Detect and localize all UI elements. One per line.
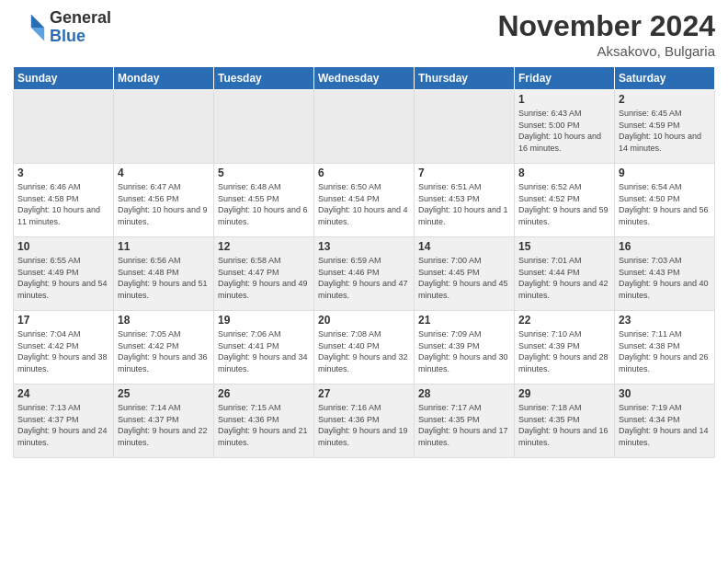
calendar-day-cell: 9Sunrise: 6:54 AMSunset: 4:50 PMDaylight… <box>615 164 715 237</box>
day-number: 20 <box>318 314 410 327</box>
day-number: 13 <box>318 240 410 253</box>
header: General Blue November 2024 Aksakovo, Bul… <box>13 9 715 59</box>
day-info: Sunrise: 7:03 AMSunset: 4:43 PMDaylight:… <box>619 255 711 301</box>
calendar-day-cell: 27Sunrise: 7:16 AMSunset: 4:36 PMDayligh… <box>314 385 415 458</box>
day-info: Sunrise: 7:13 AMSunset: 4:37 PMDaylight:… <box>17 402 109 448</box>
calendar-day-cell <box>14 90 114 164</box>
th-saturday: Saturday <box>615 67 715 90</box>
day-info: Sunrise: 6:56 AMSunset: 4:48 PMDaylight:… <box>118 255 210 301</box>
day-info: Sunrise: 7:01 AMSunset: 4:44 PMDaylight:… <box>518 255 610 301</box>
day-number: 4 <box>118 167 210 179</box>
day-number: 19 <box>218 314 310 327</box>
logo-general-text: General <box>50 9 111 28</box>
day-info: Sunrise: 7:08 AMSunset: 4:40 PMDaylight:… <box>318 328 410 374</box>
calendar-day-cell: 3Sunrise: 6:46 AMSunset: 4:58 PMDaylight… <box>14 164 114 237</box>
day-info: Sunrise: 6:43 AMSunset: 5:00 PMDaylight:… <box>518 108 610 154</box>
logo: General Blue <box>13 9 111 46</box>
day-info: Sunrise: 7:11 AMSunset: 4:38 PMDaylight:… <box>619 328 711 374</box>
calendar-day-cell: 18Sunrise: 7:05 AMSunset: 4:42 PMDayligh… <box>114 311 214 385</box>
day-info: Sunrise: 6:52 AMSunset: 4:52 PMDaylight:… <box>518 181 610 227</box>
day-number: 12 <box>218 240 310 253</box>
day-number: 3 <box>17 167 109 179</box>
calendar-day-cell: 22Sunrise: 7:10 AMSunset: 4:39 PMDayligh… <box>515 311 615 385</box>
calendar-day-cell: 30Sunrise: 7:19 AMSunset: 4:34 PMDayligh… <box>615 385 715 458</box>
day-number: 8 <box>518 167 610 179</box>
day-info: Sunrise: 7:14 AMSunset: 4:37 PMDaylight:… <box>118 402 210 448</box>
day-info: Sunrise: 7:19 AMSunset: 4:34 PMDaylight:… <box>619 402 711 448</box>
day-number: 15 <box>518 240 610 253</box>
day-number: 17 <box>17 314 109 327</box>
day-info: Sunrise: 6:59 AMSunset: 4:46 PMDaylight:… <box>318 255 410 301</box>
day-info: Sunrise: 6:45 AMSunset: 4:59 PMDaylight:… <box>619 108 711 154</box>
calendar-day-cell: 2Sunrise: 6:45 AMSunset: 4:59 PMDaylight… <box>615 90 715 164</box>
calendar-table: Sunday Monday Tuesday Wednesday Thursday… <box>13 66 715 458</box>
calendar-day-cell: 21Sunrise: 7:09 AMSunset: 4:39 PMDayligh… <box>415 311 515 385</box>
calendar-day-cell: 25Sunrise: 7:14 AMSunset: 4:37 PMDayligh… <box>114 385 214 458</box>
calendar-day-cell: 16Sunrise: 7:03 AMSunset: 4:43 PMDayligh… <box>615 237 715 311</box>
day-number: 18 <box>118 314 210 327</box>
day-info: Sunrise: 7:06 AMSunset: 4:41 PMDaylight:… <box>218 328 310 374</box>
logo-text: General Blue <box>50 9 111 46</box>
day-info: Sunrise: 7:16 AMSunset: 4:36 PMDaylight:… <box>318 402 410 448</box>
day-number: 21 <box>418 314 510 327</box>
day-number: 10 <box>17 240 109 253</box>
svg-marker-0 <box>31 14 44 27</box>
day-info: Sunrise: 6:51 AMSunset: 4:53 PMDaylight:… <box>418 181 510 227</box>
day-number: 28 <box>418 387 510 400</box>
calendar-day-cell: 8Sunrise: 6:52 AMSunset: 4:52 PMDaylight… <box>515 164 615 237</box>
calendar-day-cell: 23Sunrise: 7:11 AMSunset: 4:38 PMDayligh… <box>615 311 715 385</box>
day-info: Sunrise: 6:46 AMSunset: 4:58 PMDaylight:… <box>17 181 109 227</box>
calendar-header-row: Sunday Monday Tuesday Wednesday Thursday… <box>14 67 715 90</box>
day-info: Sunrise: 6:54 AMSunset: 4:50 PMDaylight:… <box>619 181 711 227</box>
day-number: 27 <box>318 387 410 400</box>
day-info: Sunrise: 7:05 AMSunset: 4:42 PMDaylight:… <box>118 328 210 374</box>
day-number: 5 <box>218 167 310 179</box>
day-info: Sunrise: 6:48 AMSunset: 4:55 PMDaylight:… <box>218 181 310 227</box>
day-info: Sunrise: 7:18 AMSunset: 4:35 PMDaylight:… <box>518 402 610 448</box>
calendar-day-cell: 7Sunrise: 6:51 AMSunset: 4:53 PMDaylight… <box>415 164 515 237</box>
month-title: November 2024 <box>497 9 715 43</box>
day-number: 11 <box>118 240 210 253</box>
calendar-day-cell: 28Sunrise: 7:17 AMSunset: 4:35 PMDayligh… <box>415 385 515 458</box>
day-info: Sunrise: 6:47 AMSunset: 4:56 PMDaylight:… <box>118 181 210 227</box>
calendar-day-cell: 5Sunrise: 6:48 AMSunset: 4:55 PMDaylight… <box>214 164 314 237</box>
logo-icon <box>13 11 46 44</box>
th-thursday: Thursday <box>415 67 515 90</box>
calendar-day-cell: 24Sunrise: 7:13 AMSunset: 4:37 PMDayligh… <box>14 385 114 458</box>
th-tuesday: Tuesday <box>214 67 314 90</box>
calendar-day-cell: 10Sunrise: 6:55 AMSunset: 4:49 PMDayligh… <box>14 237 114 311</box>
day-number: 9 <box>619 167 711 179</box>
day-number: 16 <box>619 240 711 253</box>
calendar-day-cell: 6Sunrise: 6:50 AMSunset: 4:54 PMDaylight… <box>314 164 415 237</box>
day-number: 22 <box>518 314 610 327</box>
calendar-day-cell: 17Sunrise: 7:04 AMSunset: 4:42 PMDayligh… <box>14 311 114 385</box>
day-number: 1 <box>518 93 610 106</box>
day-info: Sunrise: 7:10 AMSunset: 4:39 PMDaylight:… <box>518 328 610 374</box>
calendar-day-cell: 19Sunrise: 7:06 AMSunset: 4:41 PMDayligh… <box>214 311 314 385</box>
th-wednesday: Wednesday <box>314 67 415 90</box>
calendar-day-cell: 15Sunrise: 7:01 AMSunset: 4:44 PMDayligh… <box>515 237 615 311</box>
calendar-day-cell <box>314 90 415 164</box>
day-info: Sunrise: 6:55 AMSunset: 4:49 PMDaylight:… <box>17 255 109 301</box>
day-info: Sunrise: 7:15 AMSunset: 4:36 PMDaylight:… <box>218 402 310 448</box>
day-info: Sunrise: 6:50 AMSunset: 4:54 PMDaylight:… <box>318 181 410 227</box>
calendar-day-cell: 14Sunrise: 7:00 AMSunset: 4:45 PMDayligh… <box>415 237 515 311</box>
day-number: 30 <box>619 387 711 400</box>
day-info: Sunrise: 7:17 AMSunset: 4:35 PMDaylight:… <box>418 402 510 448</box>
day-number: 23 <box>619 314 711 327</box>
calendar-day-cell: 12Sunrise: 6:58 AMSunset: 4:47 PMDayligh… <box>214 237 314 311</box>
calendar-day-cell: 11Sunrise: 6:56 AMSunset: 4:48 PMDayligh… <box>114 237 214 311</box>
calendar-day-cell: 1Sunrise: 6:43 AMSunset: 5:00 PMDaylight… <box>515 90 615 164</box>
calendar-day-cell <box>214 90 314 164</box>
calendar-week-row: 1Sunrise: 6:43 AMSunset: 5:00 PMDaylight… <box>14 90 715 164</box>
calendar-day-cell: 20Sunrise: 7:08 AMSunset: 4:40 PMDayligh… <box>314 311 415 385</box>
day-info: Sunrise: 7:00 AMSunset: 4:45 PMDaylight:… <box>418 255 510 301</box>
day-info: Sunrise: 7:09 AMSunset: 4:39 PMDaylight:… <box>418 328 510 374</box>
svg-marker-1 <box>31 28 44 40</box>
day-info: Sunrise: 6:58 AMSunset: 4:47 PMDaylight:… <box>218 255 310 301</box>
page: General Blue November 2024 Aksakovo, Bul… <box>0 0 728 563</box>
day-number: 24 <box>17 387 109 400</box>
calendar-week-row: 17Sunrise: 7:04 AMSunset: 4:42 PMDayligh… <box>14 311 715 385</box>
day-info: Sunrise: 7:04 AMSunset: 4:42 PMDaylight:… <box>17 328 109 374</box>
th-monday: Monday <box>114 67 214 90</box>
